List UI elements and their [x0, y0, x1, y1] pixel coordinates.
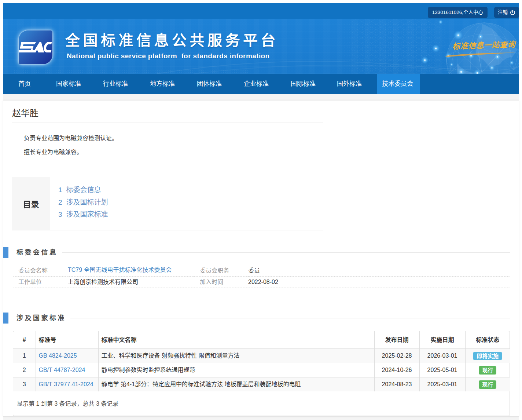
nav-link-5[interactable]: 团体标准	[192, 74, 227, 94]
nav-link-7[interactable]: 国际标准	[286, 74, 321, 94]
nav-link-6[interactable]: 企业标准	[239, 74, 274, 94]
committee-join-value: 2022-08-02	[248, 276, 510, 288]
toc-link-2[interactable]: 2涉及国标计划	[58, 196, 108, 209]
standard-index: 3	[13, 377, 36, 392]
header-index: #	[13, 331, 36, 349]
standards-section-header: 涉及国家标准	[3, 313, 510, 324]
committee-role-label: 委员会职务	[194, 265, 248, 276]
profile-paragraph-1: 负责专业范围为电磁兼容检测认证。	[12, 135, 519, 141]
header-code: 标准号	[36, 331, 98, 349]
standard-code-link: GB/T 37977.41-2024	[36, 377, 98, 392]
nav-item: 国外标准	[332, 74, 367, 94]
profile-paragraph-2: 擅长专业为电磁兼容。	[12, 149, 519, 155]
standard-publish-date: 2024-08-23	[374, 377, 419, 392]
site-banner: 全国标准信息公共服务平台 National public service pla…	[3, 19, 519, 74]
content-panel: 赵华胜 负责专业范围为电磁兼容检测认证。 擅长专业为电磁兼容。 目录 1标委会信…	[3, 100, 519, 417]
standard-status: 现行	[465, 377, 510, 392]
standard-status: 即将实施	[465, 349, 510, 363]
toc-link-number: 2	[58, 198, 62, 206]
nav-item: 国际标准	[286, 74, 321, 94]
nav-link-9[interactable]: 技术委员会	[377, 74, 420, 94]
nav-item: 技术委员会	[377, 74, 420, 94]
section-marker-icon	[3, 313, 8, 324]
section-rule	[62, 252, 510, 253]
standards-table: # 标准号 标准中文名称 发布日期 实施日期 标准状态 1GB 4824-202…	[13, 331, 510, 391]
toc-link-1[interactable]: 1标委会信息	[58, 184, 108, 196]
toc-link-number: 1	[58, 186, 62, 194]
nav-list: 首页国家标准行业标准地方标准团体标准企业标准国际标准国外标准技术委员会	[3, 74, 519, 94]
banner-titles: 全国标准信息公共服务平台 National public service pla…	[65, 32, 279, 60]
toc-link-label: 涉及国家标准	[66, 211, 108, 218]
nav-link-2[interactable]: 国家标准	[51, 74, 86, 94]
header-implement: 实施日期	[419, 331, 465, 349]
committee-join-label: 加入时间	[194, 276, 248, 288]
nav-link-3[interactable]: 行业标准	[98, 74, 133, 94]
page-title: 赵华胜	[12, 109, 323, 123]
table-header-row: # 标准号 标准中文名称 发布日期 实施日期 标准状态	[13, 331, 510, 349]
standard-code-link[interactable]: GB 4824-2025	[39, 353, 77, 359]
committee-org-value: 上海创京检测技术有限公司	[68, 276, 194, 288]
committee-name-label: 委员会名称	[13, 265, 68, 276]
standard-status: 现行	[465, 363, 510, 377]
logout-button[interactable]: 注销	[494, 7, 519, 18]
nav-link-4[interactable]: 地方标准	[145, 74, 180, 94]
standard-publish-date: 2024-10-26	[374, 363, 419, 377]
table-of-contents: 目录 1标委会信息2涉及国标计划3涉及国家标准	[12, 177, 323, 230]
committee-info-table: 委员会名称 TC79 全国无线电干扰标准化技术委员会 委员会职务 委员 工作单位…	[13, 265, 510, 288]
standard-name: 工业、科学和医疗设备 射频骚扰特性 限值和测量方法	[98, 349, 374, 363]
header-publish: 发布日期	[374, 331, 419, 349]
standard-name: 静电学 第4-1部分：特定应用中的标准试验方法 地板覆盖层和装配地板的电阻	[98, 377, 374, 392]
nav-item: 企业标准	[239, 74, 274, 94]
committee-role-value: 委员	[248, 265, 510, 276]
standard-row-3: 3GB/T 37977.41-2024静电学 第4-1部分：特定应用中的标准试验…	[13, 377, 510, 392]
standard-index: 2	[13, 363, 36, 377]
nav-link-8[interactable]: 国外标准	[332, 74, 367, 94]
header-status: 标准状态	[465, 331, 510, 349]
committee-section-title: 标委会信息	[16, 247, 58, 258]
page-background: 赵华胜 负责专业范围为电磁兼容检测认证。 擅长专业为电磁兼容。 目录 1标委会信…	[3, 94, 519, 420]
standard-code-link: GB/T 44787-2024	[36, 363, 98, 377]
standards-section-title: 涉及国家标准	[16, 313, 66, 324]
power-icon	[510, 10, 515, 15]
user-center-label: 13301611026,个人中心	[432, 7, 483, 18]
sac-logo[interactable]	[19, 30, 52, 64]
toc-link-label: 涉及国标计划	[66, 198, 108, 206]
slogan-underline	[444, 50, 516, 58]
standard-implement-date: 2025-03-01	[419, 377, 465, 392]
standard-code-link: GB 4824-2025	[36, 349, 98, 363]
nav-item: 国家标准	[51, 74, 86, 94]
main-nav: 首页国家标准行业标准地方标准团体标准企业标准国际标准国外标准技术委员会	[3, 74, 519, 94]
account-bar: 13301611026,个人中心 注销	[3, 3, 519, 19]
section-rule	[70, 318, 510, 318]
user-center-button[interactable]: 13301611026,个人中心	[428, 7, 488, 18]
standard-publish-date: 2025-02-28	[374, 349, 419, 363]
committee-section-header: 标委会信息	[3, 247, 510, 258]
site-subtitle: National public service platform for sta…	[65, 52, 279, 60]
toc-link-number: 3	[58, 211, 62, 218]
site-title: 全国标准信息公共服务平台	[65, 32, 279, 49]
toc-link-label: 标委会信息	[66, 186, 101, 194]
standard-index: 1	[13, 349, 36, 363]
toc-link-3[interactable]: 3涉及国家标准	[58, 208, 108, 221]
nav-link-1[interactable]: 首页	[13, 74, 36, 94]
standards-table-container: # 标准号 标准中文名称 发布日期 实施日期 标准状态 1GB 4824-202…	[13, 331, 510, 416]
status-badge: 现行	[479, 366, 496, 375]
record-count-text: 显示第 1 到第 3 条记录，总共 3 条记录	[13, 391, 510, 416]
standard-row-2: 2GB/T 44787-2024静电控制参数实时监控系统通用规范2024-10-…	[13, 363, 510, 377]
standard-code-link[interactable]: GB/T 37977.41-2024	[39, 381, 93, 387]
header-name: 标准中文名称	[98, 331, 374, 349]
standard-name: 静电控制参数实时监控系统通用规范	[98, 363, 374, 377]
section-marker-icon	[3, 247, 8, 258]
logout-label: 注销	[498, 7, 508, 18]
status-badge: 现行	[479, 380, 496, 389]
nav-item: 行业标准	[98, 74, 133, 94]
nav-item: 团体标准	[192, 74, 227, 94]
standard-code-link[interactable]: GB/T 44787-2024	[39, 367, 85, 373]
sac-logo-letters	[19, 30, 52, 64]
toc-list: 1标委会信息2涉及国标计划3涉及国家标准	[50, 177, 108, 230]
committee-name-link[interactable]: TC79 全国无线电干扰标准化技术委员会	[68, 265, 194, 276]
status-badge: 即将实施	[473, 352, 502, 360]
committee-org-label: 工作单位	[13, 276, 68, 288]
standard-row-1: 1GB 4824-2025工业、科学和医疗设备 射频骚扰特性 限值和测量方法20…	[13, 349, 510, 363]
standard-implement-date: 2026-03-01	[419, 349, 465, 363]
